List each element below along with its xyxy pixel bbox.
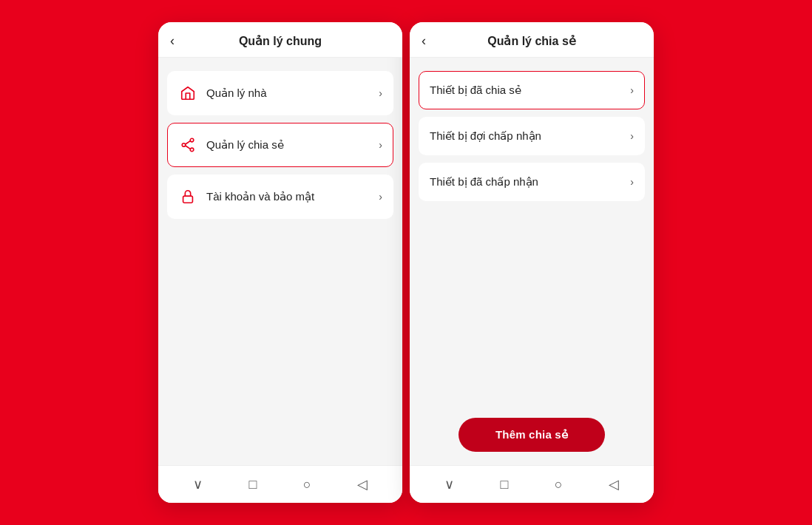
right-phone-footer: ∨ □ ○ ◁ <box>410 465 654 503</box>
menu-label-thiet-bi-da-chap-nhan: Thiết bị đã chấp nhận <box>430 175 630 189</box>
menu-label-tai-khoan: Tài khoản và bảo mật <box>206 190 379 203</box>
footer-btn-back-1[interactable]: ◁ <box>354 473 371 495</box>
menu-label-quan-ly-nha: Quản lý nhà <box>206 87 379 100</box>
add-sharing-button[interactable]: Thêm chia sẻ <box>459 418 605 452</box>
left-phone-content: Quản lý nhà › Quản lý chia sẻ › <box>158 58 402 465</box>
left-phone-title: Quản lý chung <box>239 34 322 48</box>
left-back-button[interactable]: ‹ <box>170 33 175 49</box>
menu-label-thiet-bi-da-chia-se: Thiết bị đã chia sẻ <box>430 84 630 97</box>
chevron-icon-3: › <box>379 191 382 203</box>
right-phone-content: Thiết bị đã chia sẻ › Thiết bị đợi chấp … <box>410 58 654 418</box>
footer-btn-circle-2[interactable]: ○ <box>552 474 566 495</box>
chevron-icon-r1: › <box>630 84 634 96</box>
lock-icon <box>178 187 197 206</box>
right-phone: ‹ Quản lý chia sẻ Thiết bị đã chia sẻ › … <box>410 22 654 503</box>
right-phone-header: ‹ Quản lý chia sẻ <box>410 22 654 58</box>
left-phone-header: ‹ Quản lý chung <box>158 22 402 58</box>
menu-item-thiet-bi-da-chia-se[interactable]: Thiết bị đã chia sẻ › <box>419 71 645 109</box>
chevron-icon-r3: › <box>630 176 634 188</box>
menu-label-thiet-bi-doi-chap-nhan: Thiết bị đợi chấp nhận <box>430 129 630 143</box>
chevron-icon-2: › <box>379 139 382 151</box>
menu-item-quan-ly-chia-se[interactable]: Quản lý chia sẻ › <box>167 123 393 167</box>
right-phone-title: Quản lý chia sẻ <box>487 34 576 48</box>
svg-point-2 <box>190 148 194 152</box>
footer-btn-square-2[interactable]: □ <box>497 474 511 495</box>
chevron-icon-1: › <box>379 87 382 99</box>
menu-item-quan-ly-nha[interactable]: Quản lý nhà › <box>167 71 393 115</box>
phones-container: ‹ Quản lý chung Quản lý nhà › <box>158 22 654 503</box>
home-icon <box>178 84 197 103</box>
svg-line-4 <box>186 146 191 149</box>
add-button-container: Thêm chia sẻ <box>410 418 654 465</box>
menu-item-thiet-bi-doi-chap-nhan[interactable]: Thiết bị đợi chấp nhận › <box>419 117 645 155</box>
left-phone-footer: ∨ □ ○ ◁ <box>158 465 402 503</box>
svg-point-0 <box>190 138 194 142</box>
share-icon <box>178 135 197 155</box>
footer-btn-down-1[interactable]: ∨ <box>190 473 206 495</box>
footer-btn-down-2[interactable]: ∨ <box>441 473 457 495</box>
left-phone: ‹ Quản lý chung Quản lý nhà › <box>158 22 402 503</box>
footer-btn-square-1[interactable]: □ <box>246 474 260 495</box>
menu-label-quan-ly-chia-se: Quản lý chia sẻ <box>206 138 379 152</box>
svg-point-1 <box>182 143 186 147</box>
right-back-button[interactable]: ‹ <box>422 33 426 49</box>
chevron-icon-r2: › <box>630 130 634 142</box>
footer-btn-circle-1[interactable]: ○ <box>300 474 314 495</box>
svg-line-3 <box>186 141 191 144</box>
footer-btn-back-2[interactable]: ◁ <box>606 473 622 495</box>
menu-item-thiet-bi-da-chap-nhan[interactable]: Thiết bị đã chấp nhận › <box>419 163 645 201</box>
menu-item-tai-khoan[interactable]: Tài khoản và bảo mật › <box>167 175 393 219</box>
svg-rect-5 <box>183 196 193 203</box>
